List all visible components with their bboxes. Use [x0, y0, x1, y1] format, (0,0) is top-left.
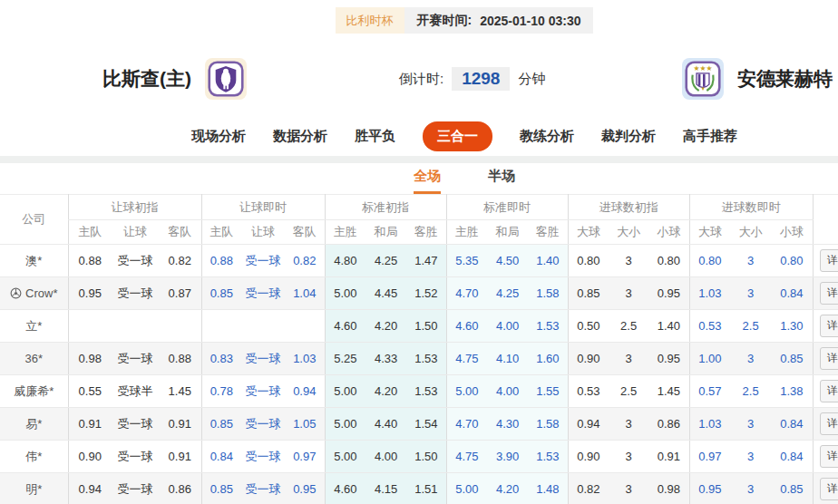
odds-cell[interactable]: 0.84	[771, 441, 813, 473]
odds-cell[interactable]: 受一球	[241, 277, 285, 310]
odds-cell[interactable]: 4.25	[487, 277, 528, 310]
odds-cell[interactable]: 4.70	[446, 277, 487, 310]
odds-cell[interactable]: 1.30	[771, 310, 813, 343]
nav-tab[interactable]: 现场分析	[191, 128, 246, 145]
detail-button[interactable]: 详	[820, 347, 838, 370]
odds-cell[interactable]: 1.05	[285, 408, 325, 441]
odds-cell[interactable]: 0.97	[689, 441, 730, 473]
detail-button[interactable]: 详	[820, 412, 838, 435]
odds-cell[interactable]: 受一球	[241, 473, 285, 504]
odds-cell[interactable]: 4.10	[487, 343, 528, 375]
odds-cell[interactable]: 3.90	[487, 441, 528, 473]
odds-cell[interactable]: 2.5	[730, 375, 771, 408]
nav-tab[interactable]: 数据分析	[273, 128, 327, 145]
odds-row: 36*0.98受一球0.880.83受一球1.035.254.331.534.7…	[0, 343, 838, 375]
odds-cell[interactable]: 0.57	[689, 375, 730, 408]
odds-cell[interactable]: 1.03	[689, 277, 730, 310]
odds-cell	[241, 310, 285, 343]
odds-cell[interactable]: 0.95	[689, 473, 730, 504]
odds-cell[interactable]: 1.48	[528, 473, 568, 504]
period-subtab[interactable]: 半场	[488, 168, 515, 194]
odds-cell[interactable]: 1.55	[528, 375, 568, 408]
odds-cell[interactable]: 3	[730, 277, 771, 310]
column-subheader: 客胜	[406, 220, 446, 245]
detail-button[interactable]: 详	[820, 282, 838, 305]
column-subheader: 客队	[159, 220, 201, 245]
odds-cell[interactable]: 0.53	[689, 310, 730, 343]
odds-cell[interactable]: 0.84	[771, 277, 813, 310]
period-subtab[interactable]: 全场	[414, 168, 441, 194]
detail-button[interactable]: 详	[820, 315, 838, 337]
odds-cell[interactable]: 3	[730, 441, 771, 473]
odds-cell: 受一球	[112, 408, 159, 441]
odds-cell[interactable]: 2.5	[730, 310, 771, 343]
odds-cell[interactable]: 1.58	[528, 277, 568, 310]
odds-cell[interactable]: 受一球	[241, 375, 285, 408]
column-subheader: 和局	[365, 220, 406, 245]
odds-cell[interactable]: 0.85	[201, 473, 241, 504]
odds-cell[interactable]: 4.00	[487, 375, 528, 408]
detail-button[interactable]: 详	[820, 380, 838, 402]
odds-cell[interactable]: 4.30	[487, 408, 528, 441]
odds-cell[interactable]: 4.75	[446, 441, 487, 473]
nav-tab[interactable]: 高手推荐	[683, 128, 737, 145]
odds-cell[interactable]: 1.58	[528, 408, 568, 441]
odds-cell[interactable]: 3	[730, 473, 771, 504]
odds-cell[interactable]: 3	[730, 343, 771, 375]
odds-cell[interactable]: 4.20	[487, 473, 528, 504]
odds-cell[interactable]: 5.00	[446, 473, 487, 504]
odds-cell[interactable]: 4.75	[446, 343, 487, 375]
odds-cell[interactable]: 0.84	[771, 408, 813, 441]
odds-cell[interactable]: 0.78	[201, 375, 241, 408]
odds-cell[interactable]: 4.50	[487, 245, 528, 277]
odds-cell[interactable]: 0.94	[285, 375, 325, 408]
odds-cell: 3	[609, 441, 648, 473]
odds-cell[interactable]: 1.38	[771, 375, 813, 408]
odds-cell[interactable]: 0.88	[201, 245, 241, 277]
odds-cell: 受一球	[112, 473, 159, 504]
odds-cell[interactable]: 1.04	[285, 277, 325, 310]
odds-cell[interactable]: 0.83	[201, 343, 241, 375]
odds-cell[interactable]: 1.53	[528, 310, 568, 343]
odds-cell[interactable]: 1.60	[528, 343, 568, 375]
detail-button[interactable]: 详	[820, 445, 838, 468]
odds-cell[interactable]: 4.00	[487, 310, 528, 343]
odds-cell[interactable]: 3	[730, 245, 771, 277]
odds-cell: 4.15	[365, 473, 406, 504]
odds-cell[interactable]: 0.85	[201, 277, 241, 310]
odds-cell[interactable]: 0.97	[285, 441, 325, 473]
odds-cell[interactable]: 0.80	[771, 245, 813, 277]
odds-cell[interactable]: 受一球	[241, 408, 285, 441]
nav-tab[interactable]: 教练分析	[520, 128, 574, 145]
odds-cell[interactable]: 1.03	[285, 343, 325, 375]
odds-cell[interactable]: 5.35	[446, 245, 487, 277]
detail-button[interactable]: 详	[820, 249, 838, 272]
league-badge[interactable]: 比利时杯	[336, 7, 404, 34]
odds-cell[interactable]: 0.85	[201, 408, 241, 441]
odds-cell[interactable]: 0.84	[201, 441, 241, 473]
odds-cell[interactable]: 0.85	[771, 343, 813, 375]
detail-cell: 详	[813, 473, 838, 504]
nav-tab[interactable]: 三合一	[423, 121, 492, 151]
odds-cell[interactable]: 0.80	[689, 245, 730, 277]
odds-cell[interactable]: 4.60	[446, 310, 487, 343]
odds-cell[interactable]: 受一球	[241, 343, 285, 375]
odds-cell[interactable]: 1.00	[689, 343, 730, 375]
odds-cell[interactable]: 3	[730, 408, 771, 441]
odds-cell[interactable]: 5.00	[446, 375, 487, 408]
odds-cell[interactable]: 0.82	[285, 245, 325, 277]
odds-cell[interactable]: 1.40	[528, 245, 568, 277]
odds-cell[interactable]: 0.95	[285, 473, 325, 504]
nav-tab[interactable]: 胜平负	[355, 128, 395, 145]
odds-cell[interactable]: 1.03	[689, 408, 730, 441]
odds-cell[interactable]: 受一球	[241, 441, 285, 473]
odds-row: 立*4.604.201.504.604.001.530.502.51.400.5…	[0, 310, 838, 343]
odds-cell[interactable]: 1.53	[528, 441, 568, 473]
odds-cell: 0.88	[159, 343, 201, 375]
odds-cell[interactable]: 4.70	[446, 408, 487, 441]
nav-tab[interactable]: 裁判分析	[601, 128, 656, 145]
odds-cell[interactable]: 0.85	[771, 473, 813, 504]
detail-button[interactable]: 详	[820, 478, 838, 500]
odds-cell[interactable]: 受一球	[241, 245, 285, 277]
odds-cell: 4.25	[365, 245, 406, 277]
